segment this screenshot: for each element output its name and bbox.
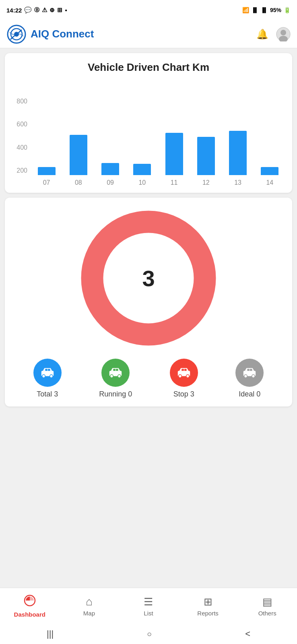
total-label: Total 3 — [37, 390, 58, 398]
grid-icon: ⊞ — [57, 6, 62, 14]
b-icon: Ⓑ — [34, 6, 39, 14]
svg-rect-27 — [250, 369, 252, 371]
list-nav-icon: ☰ — [144, 596, 153, 608]
status-total: Total 3 — [33, 359, 62, 398]
nav-dashboard[interactable]: Dashboard — [0, 594, 60, 618]
system-nav-bar: ||| ○ < — [0, 624, 297, 644]
map-nav-label: Map — [83, 610, 95, 617]
svg-point-19 — [178, 375, 182, 378]
bar-rect-07 — [38, 167, 56, 175]
chart-bars-area: 07 08 09 10 11 12 13 14 — [31, 82, 286, 186]
x-label-08: 08 — [66, 179, 91, 186]
reports-nav-label: Reports — [197, 610, 219, 617]
x-label-09: 09 — [98, 179, 122, 186]
svg-rect-22 — [184, 369, 187, 371]
car-icon-ideal — [242, 365, 257, 380]
dot-icon: • — [65, 7, 67, 14]
svg-point-10 — [50, 375, 53, 378]
svg-point-24 — [244, 375, 248, 378]
status-right: 📶 ▐▌ ▐▌ 95% 🔋 — [242, 7, 291, 13]
donut-container: 3 3 — [80, 210, 217, 347]
ideal-circle[interactable] — [235, 359, 264, 387]
others-nav-label: Others — [258, 610, 276, 617]
svg-rect-17 — [116, 369, 118, 371]
vehicle-status-row: Total 3 Running 0 — [11, 359, 286, 398]
status-left: 14:22 💬 Ⓑ ⚠ ⊕ ⊞ • — [6, 6, 67, 14]
svg-rect-21 — [182, 369, 184, 371]
app-name: AIQ Connect — [31, 28, 94, 40]
chart-card: Vehicle Driven Chart Km 200 400 600 800 — [5, 53, 292, 193]
main-content: Vehicle Driven Chart Km 200 400 600 800 — [0, 48, 297, 463]
system-back-button[interactable]: < — [245, 629, 250, 639]
car-icon-stop — [176, 365, 192, 380]
car-icon-total — [40, 365, 55, 380]
nav-others[interactable]: ▤ Others — [237, 596, 297, 617]
car-icon-running — [108, 365, 123, 380]
status-stop: Stop 3 — [170, 359, 198, 398]
dashboard-nav-icon — [24, 594, 36, 609]
donut-segment-label: 3 — [105, 272, 111, 285]
logo-icon — [6, 24, 27, 44]
donut-card: 3 3 Total 3 — [5, 198, 292, 407]
bar-11 — [162, 133, 186, 175]
y-label-400: 400 — [11, 144, 27, 151]
nav-reports[interactable]: ⊞ Reports — [178, 596, 238, 617]
bar-rect-08 — [70, 135, 87, 175]
ideal-label: Ideal 0 — [239, 390, 260, 398]
running-label: Running 0 — [99, 390, 132, 398]
bar-rect-14 — [261, 167, 278, 175]
bar-08 — [66, 135, 91, 175]
x-label-07: 07 — [35, 179, 59, 186]
bar-chart: 200 400 600 800 — [11, 82, 286, 186]
bottom-nav: Dashboard ⌂ Map ☰ List ⊞ Reports ▤ Other… — [0, 588, 297, 624]
bar-13 — [226, 131, 250, 175]
system-menu-button[interactable]: ||| — [47, 629, 54, 639]
bar-14 — [258, 167, 282, 175]
user-avatar-icon[interactable] — [276, 27, 291, 41]
nav-list[interactable]: ☰ List — [119, 596, 178, 617]
x-label-12: 12 — [194, 179, 218, 186]
battery-pct: 95% — [270, 7, 281, 13]
bar-rect-13 — [229, 131, 247, 175]
svg-point-14 — [110, 375, 113, 378]
bar-rect-09 — [101, 163, 119, 175]
signal2-icon: ▐▌ — [261, 7, 268, 13]
others-nav-icon: ▤ — [262, 596, 272, 608]
dashboard-nav-label: Dashboard — [14, 611, 45, 618]
svg-point-15 — [118, 375, 121, 378]
y-label-800: 800 — [11, 98, 27, 105]
bars-container — [31, 82, 286, 177]
notification-bell-icon[interactable]: 🔔 — [255, 27, 270, 41]
warn-icon: ⚠ — [42, 6, 47, 14]
svg-rect-11 — [45, 369, 47, 371]
svg-point-25 — [252, 375, 255, 378]
list-nav-label: List — [144, 610, 153, 617]
total-circle[interactable] — [33, 359, 62, 387]
logo-container: AIQ Connect — [6, 24, 94, 44]
bar-rect-10 — [133, 164, 151, 175]
status-running: Running 0 — [99, 359, 132, 398]
x-label-14: 14 — [258, 179, 282, 186]
system-home-button[interactable]: ○ — [147, 630, 152, 639]
bar-rect-12 — [197, 137, 215, 175]
running-circle[interactable] — [101, 359, 130, 387]
bar-10 — [130, 164, 154, 175]
stop-circle[interactable] — [170, 359, 198, 387]
bar-12 — [194, 137, 218, 175]
chart-title: Vehicle Driven Chart Km — [11, 61, 286, 74]
stop-label: Stop 3 — [173, 390, 194, 398]
y-label-200: 200 — [11, 167, 27, 174]
reports-nav-icon: ⊞ — [204, 596, 212, 608]
svg-point-20 — [186, 375, 189, 378]
x-label-10: 10 — [130, 179, 154, 186]
y-label-600: 600 — [11, 121, 27, 128]
download-icon: ⊕ — [50, 6, 55, 14]
x-axis-labels: 07 08 09 10 11 12 13 14 — [31, 179, 286, 186]
donut-center-value: 3 — [142, 265, 155, 291]
svg-point-9 — [42, 375, 45, 378]
svg-point-4 — [280, 30, 286, 35]
map-nav-icon: ⌂ — [86, 595, 93, 608]
bar-07 — [35, 167, 59, 175]
nav-map[interactable]: ⌂ Map — [60, 595, 119, 617]
y-axis-labels: 200 400 600 800 — [11, 98, 27, 186]
